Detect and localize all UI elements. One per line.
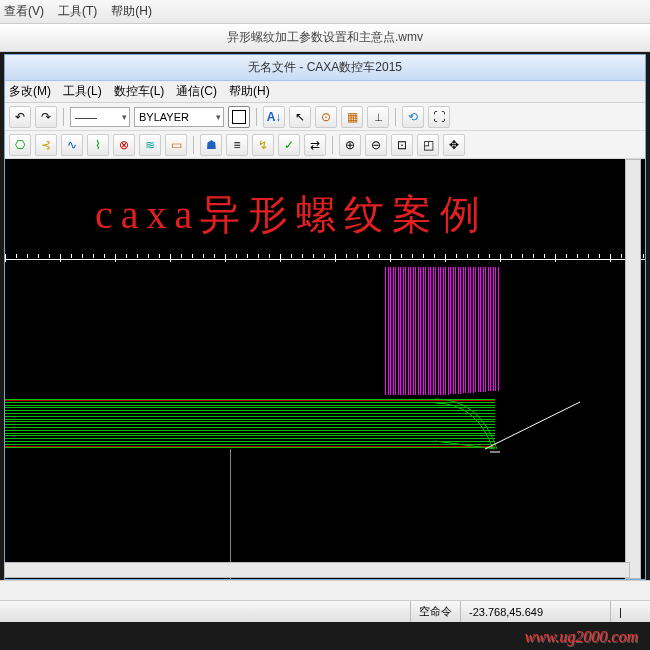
redo-button[interactable]: ↷: [35, 106, 57, 128]
vertical-scrollbar[interactable]: [625, 159, 641, 579]
ruler-ticks: document.write(Array.from({length:60},(_…: [5, 254, 645, 264]
tool-a-icon[interactable]: A↓: [263, 106, 285, 128]
zoom-window-icon[interactable]: ◰: [417, 134, 439, 156]
linetype-dropdown[interactable]: ——: [70, 107, 130, 127]
lathe-tool-1[interactable]: ⎔: [9, 134, 31, 156]
video-filename: 异形螺纹加工参数设置和主意点.wmv: [227, 29, 423, 46]
lathe-tool-7[interactable]: ▭: [165, 134, 187, 156]
separator: [395, 108, 396, 126]
lathe-tool-4[interactable]: ⌇: [87, 134, 109, 156]
sim-tool-3[interactable]: ↯: [252, 134, 274, 156]
workpiece-profile: let h=''; for(let i=0;i<18;i++){h+=`<div…: [5, 399, 495, 449]
snap-icon[interactable]: ⊙: [315, 106, 337, 128]
chamfer-line: [485, 394, 605, 464]
cursor-icon[interactable]: ↖: [289, 106, 311, 128]
zoom-out-icon[interactable]: ⊖: [365, 134, 387, 156]
menu-lathe[interactable]: 数控车(L): [114, 83, 165, 100]
toolpath-magenta: document.write(Array.from({length:46},(_…: [385, 267, 500, 397]
menu-help2[interactable]: 帮助(H): [229, 83, 270, 100]
menu-view[interactable]: 查看(V): [4, 3, 44, 20]
pan-icon[interactable]: ✥: [443, 134, 465, 156]
menu-comm[interactable]: 通信(C): [176, 83, 217, 100]
lathe-tool-5[interactable]: ⊗: [113, 134, 135, 156]
cursor-coordinates: -23.768,45.649: [460, 601, 610, 622]
menu-tool2[interactable]: 工具(L): [63, 83, 102, 100]
expand-icon[interactable]: ⛶: [428, 106, 450, 128]
toolbar-row-1: ↶ ↷ —— BYLAYER A↓ ↖ ⊙ ▦ ⟂ ⟲ ⛶: [5, 103, 645, 131]
player-window: 查看(V) 工具(T) 帮助(H) 异形螺纹加工参数设置和主意点.wmv 无名文…: [0, 0, 650, 650]
color-picker[interactable]: [228, 106, 250, 128]
lathe-tool-6[interactable]: ≋: [139, 134, 161, 156]
separator: [63, 108, 64, 126]
command-bar[interactable]: [0, 580, 650, 600]
lathe-tool-3[interactable]: ∿: [61, 134, 83, 156]
grid-icon[interactable]: ▦: [341, 106, 363, 128]
layer-dropdown[interactable]: BYLAYER: [134, 107, 224, 127]
menu-help[interactable]: 帮助(H): [111, 3, 152, 20]
zoom-fit-icon[interactable]: ⊡: [391, 134, 413, 156]
status-bar: 空命令 -23.768,45.649 |: [0, 600, 650, 622]
separator: [332, 136, 333, 154]
command-status: 空命令: [410, 601, 460, 622]
menu-tool[interactable]: 工具(T): [58, 3, 97, 20]
horizontal-scrollbar[interactable]: [4, 562, 630, 578]
refresh-icon[interactable]: ⟲: [402, 106, 424, 128]
drawing-canvas[interactable]: caxa异形螺纹案例 document.write(Array.from({le…: [5, 159, 645, 579]
toolbar-row-2: ⎔ ⊰ ∿ ⌇ ⊗ ≋ ▭ ☗ ≡ ↯ ✓ ⇄ ⊕ ⊖ ⊡ ◰ ✥: [5, 131, 645, 159]
sim-tool-5[interactable]: ⇄: [304, 134, 326, 156]
zoom-in-icon[interactable]: ⊕: [339, 134, 361, 156]
dim-icon[interactable]: ⟂: [367, 106, 389, 128]
lathe-tool-2[interactable]: ⊰: [35, 134, 57, 156]
caxa-menubar: 多改(M) 工具(L) 数控车(L) 通信(C) 帮助(H): [5, 81, 645, 103]
sim-tool-1[interactable]: ☗: [200, 134, 222, 156]
centerline: [230, 449, 231, 579]
menu-modify[interactable]: 多改(M): [9, 83, 51, 100]
player-menubar: 查看(V) 工具(T) 帮助(H): [0, 0, 650, 24]
caxa-titlebar: 无名文件 - CAXA数控车2015: [5, 55, 645, 81]
status-blank: |: [610, 601, 650, 622]
caxa-window: 无名文件 - CAXA数控车2015 多改(M) 工具(L) 数控车(L) 通信…: [4, 54, 646, 580]
sim-tool-4[interactable]: ✓: [278, 134, 300, 156]
separator: [256, 108, 257, 126]
separator: [193, 136, 194, 154]
player-titlebar: 异形螺纹加工参数设置和主意点.wmv: [0, 24, 650, 52]
overlay-title: caxa异形螺纹案例: [95, 187, 488, 242]
sim-tool-2[interactable]: ≡: [226, 134, 248, 156]
caxa-title-text: 无名文件 - CAXA数控车2015: [248, 59, 402, 76]
undo-button[interactable]: ↶: [9, 106, 31, 128]
watermark-text: www.ug2000.com: [525, 628, 638, 646]
